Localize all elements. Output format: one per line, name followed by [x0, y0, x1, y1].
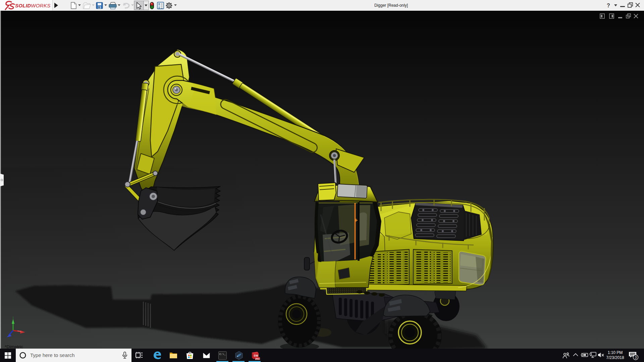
svg-text:3: 3: [635, 355, 637, 359]
svg-text:2017: 2017: [255, 358, 260, 360]
svg-text:C:\_: C:\_: [219, 353, 226, 356]
svg-text:SW: SW: [254, 354, 259, 357]
svg-text:?: ?: [607, 3, 610, 8]
svg-text:SOLIDWORKS: SOLIDWORKS: [15, 3, 51, 8]
svg-text:*Dimetric: *Dimetric: [5, 344, 23, 349]
